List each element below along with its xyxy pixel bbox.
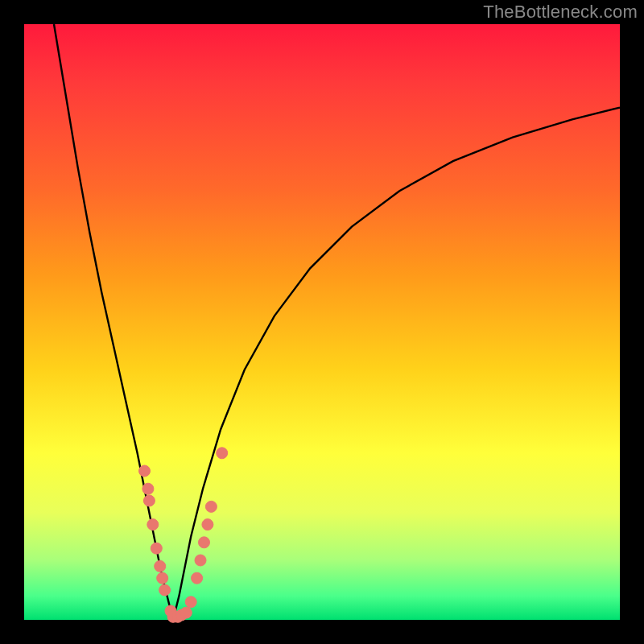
scatter-points bbox=[139, 448, 228, 623]
data-point bbox=[143, 495, 155, 506]
data-point bbox=[217, 448, 228, 459]
data-point bbox=[192, 572, 203, 584]
data-point bbox=[139, 465, 151, 477]
data-point bbox=[180, 607, 192, 618]
data-point bbox=[205, 501, 217, 512]
chart-svg bbox=[24, 24, 620, 620]
curve-right-branch bbox=[173, 108, 620, 620]
data-point bbox=[151, 543, 162, 554]
data-point bbox=[199, 537, 210, 548]
curve-left-branch bbox=[54, 24, 173, 620]
data-point bbox=[155, 560, 166, 572]
data-point bbox=[147, 519, 159, 530]
data-point bbox=[159, 584, 171, 596]
watermark-text: TheBottleneck.com bbox=[483, 2, 638, 23]
data-point bbox=[185, 597, 196, 608]
outer-frame: TheBottleneck.com bbox=[0, 0, 644, 644]
data-point bbox=[202, 519, 213, 530]
plot-area bbox=[24, 24, 620, 620]
data-point bbox=[157, 572, 168, 584]
data-point bbox=[142, 483, 154, 494]
data-point bbox=[195, 555, 206, 566]
